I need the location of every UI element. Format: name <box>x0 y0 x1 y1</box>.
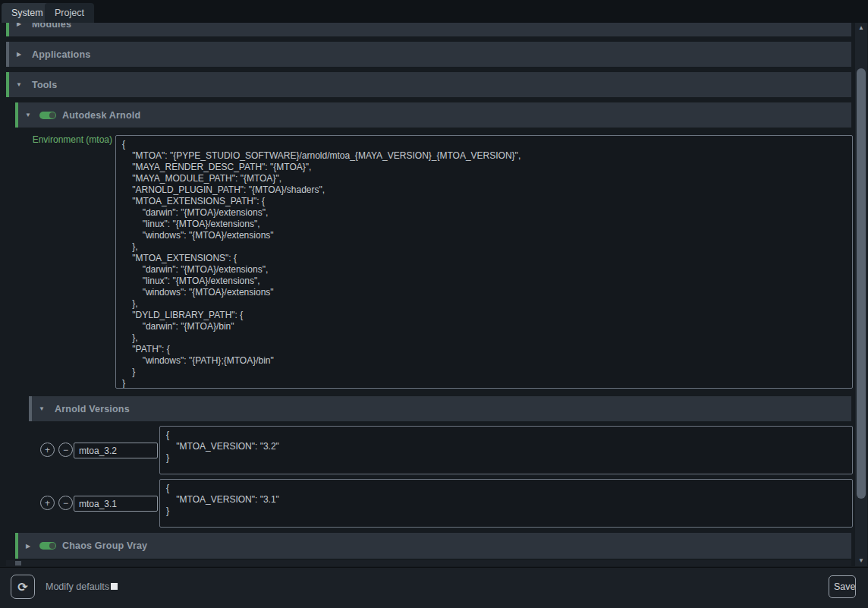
refresh-icon: ⟳ <box>17 580 27 594</box>
scroll-up-icon[interactable]: ▲ <box>855 23 867 33</box>
version-key-input[interactable] <box>74 496 158 512</box>
tab-bar: System Project <box>0 0 868 23</box>
section-title: Tools <box>32 80 57 90</box>
section-title: Chaos Group Vray <box>62 540 147 551</box>
section-header-modules[interactable]: ▶ Modules <box>6 23 851 36</box>
add-version-button[interactable]: + <box>40 443 55 457</box>
toggle-knob <box>49 112 55 118</box>
refresh-button[interactable]: ⟳ <box>11 575 35 599</box>
footer-bar: ⟳ Modify defaults Save <box>0 567 868 608</box>
modify-defaults-checkbox[interactable] <box>111 583 118 590</box>
section-title: Autodesk Arnold <box>62 110 140 121</box>
expanded-arrow-icon: ▼ <box>35 405 49 412</box>
toggle-knob <box>49 543 55 549</box>
save-button[interactable]: Save <box>829 575 856 598</box>
section-modules-clip: ▶ Modules <box>6 23 851 36</box>
section-header-autodesk-arnold[interactable]: ▼ Autodesk Arnold <box>15 102 851 128</box>
collapsed-arrow-icon: ▶ <box>21 543 35 550</box>
section-title: Modules <box>32 23 71 30</box>
environment-mtoa-editor[interactable]: { "MTOA": "{PYPE_STUDIO_SOFTWARE}/arnold… <box>115 135 853 389</box>
section-title: Applications <box>32 49 90 60</box>
section-header-arnold-versions[interactable]: ▼ Arnold Versions <box>29 396 851 421</box>
expanded-arrow-icon: ▼ <box>12 81 26 88</box>
scroll-down-icon[interactable]: ▼ <box>855 556 867 566</box>
collapsed-arrow-icon: ▶ <box>12 51 26 58</box>
section-title: Arnold Versions <box>55 404 130 414</box>
vertical-scrollbar[interactable]: ▲ ▼ <box>855 23 867 566</box>
collapsed-arrow-icon: ▶ <box>12 23 26 27</box>
arnold-enabled-toggle[interactable] <box>39 112 56 119</box>
vertical-scrollbar-thumb[interactable] <box>857 68 866 499</box>
section-header-tools[interactable]: ▼ Tools <box>6 72 851 97</box>
remove-version-button[interactable]: − <box>58 443 73 457</box>
version-key-input[interactable] <box>74 443 158 458</box>
section-header-chaos-group-vray[interactable]: ▶ Chaos Group Vray <box>15 533 851 559</box>
modify-defaults-label: Modify defaults <box>46 581 109 592</box>
vray-enabled-toggle[interactable] <box>39 542 56 550</box>
horizontal-scrollbar[interactable] <box>6 560 851 566</box>
environment-mtoa-label: Environment (mtoa) <box>8 134 112 145</box>
expanded-arrow-icon: ▼ <box>21 112 35 118</box>
tab-project[interactable]: Project <box>45 3 94 23</box>
remove-version-button[interactable]: − <box>58 496 73 510</box>
section-header-applications[interactable]: ▶ Applications <box>6 42 851 67</box>
version-value-editor[interactable]: { "MTOA_VERSION": "3.2" } <box>159 426 853 474</box>
version-value-editor[interactable]: { "MTOA_VERSION": "3.1" } <box>159 479 853 528</box>
add-version-button[interactable]: + <box>40 496 55 510</box>
horizontal-scrollbar-thumb[interactable] <box>15 561 21 565</box>
settings-window: System Project ▶ Modules ▶ Applications … <box>0 0 868 608</box>
